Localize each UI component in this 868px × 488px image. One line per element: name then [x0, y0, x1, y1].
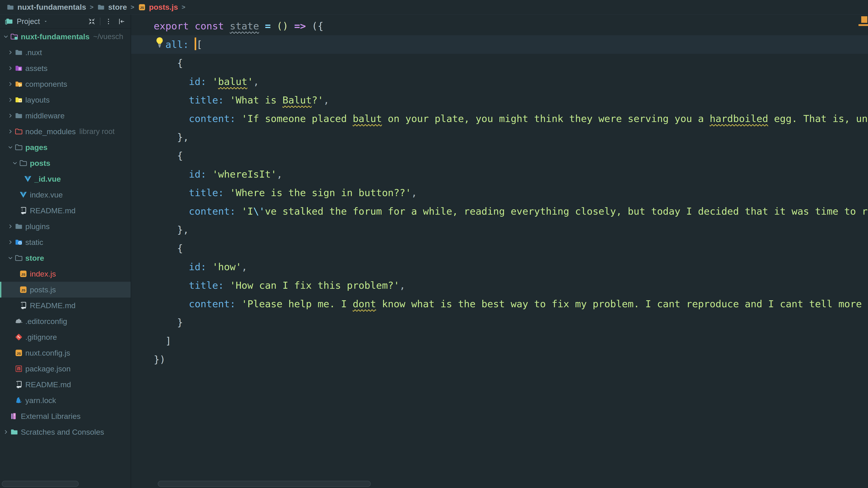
tree-item-External-Libraries[interactable]: External Libraries [0, 408, 131, 424]
chevron-right-icon [7, 223, 14, 230]
vue-file-icon [24, 174, 33, 184]
chevron-right-icon[interactable] [6, 111, 14, 120]
tree-item-README.md[interactable]: README.md [0, 297, 131, 313]
code-line[interactable]: content: 'I\'ve stalked the forum for a … [131, 202, 868, 221]
chevron-down-icon [11, 160, 18, 166]
code-line[interactable]: }) [131, 350, 868, 369]
code-line[interactable]: title: 'How can I fix this problem?', [131, 276, 868, 295]
token [154, 224, 177, 235]
code-line[interactable]: content: 'Please help me. I dont know wh… [131, 295, 868, 313]
intention-lightbulb-icon[interactable] [154, 37, 165, 48]
tree-item-posts[interactable]: posts [0, 155, 131, 171]
chevron-down-icon[interactable] [2, 33, 10, 41]
readme-file-icon [19, 301, 29, 310]
code-line[interactable]: { [131, 54, 868, 72]
token [224, 20, 230, 32]
code-line[interactable]: export const state = () => ({ [131, 17, 868, 35]
chevron-right-icon[interactable] [6, 48, 14, 57]
tree-item-index.vue[interactable]: index.vue [0, 187, 131, 203]
breadcrumb-item-nuxt-fundamentals[interactable]: nuxt-fundamentals [6, 3, 86, 11]
tree-item-.nuxt[interactable]: .nuxt [0, 44, 131, 60]
editor-horizontal-scrollbar[interactable] [158, 481, 371, 487]
code-line[interactable]: } [131, 313, 868, 332]
token-with-squiggle: dont [352, 298, 376, 310]
token: : [200, 168, 206, 180]
chevron-down-icon[interactable] [43, 19, 49, 24]
chevron-spacer [11, 191, 19, 199]
error-stripe-marker[interactable] [859, 24, 868, 26]
chevron-down-icon[interactable] [6, 254, 14, 262]
tree-item-_id.vue[interactable]: _id.vue [0, 171, 131, 187]
project-folder-icon [10, 32, 20, 41]
code-line[interactable]: content: 'If someone placed balut on you… [131, 109, 868, 128]
token: id [189, 76, 200, 87]
breadcrumb-label[interactable]: store [108, 3, 127, 11]
tree-item-pages[interactable]: pages [0, 139, 131, 155]
tree-item-components[interactable]: components [0, 76, 131, 92]
chevron-right-icon[interactable] [2, 428, 10, 436]
tree-item-node_modules[interactable]: node_moduleslibrary root [0, 124, 131, 139]
collapse-all-button[interactable] [87, 17, 97, 26]
chevron-down-icon[interactable] [11, 159, 19, 167]
excluded-folder-icon [14, 127, 24, 136]
tree-item-store[interactable]: store [0, 250, 131, 266]
code-line[interactable]: title: 'Where is the sign in button??', [131, 184, 868, 202]
breadcrumb-label[interactable]: posts.js [149, 3, 178, 11]
more-options-button[interactable] [103, 17, 114, 26]
token [271, 20, 277, 32]
chevron-down-icon[interactable] [6, 143, 14, 151]
code-line[interactable]: id: 'balut', [131, 72, 868, 91]
hide-panel-button[interactable] [117, 17, 127, 26]
code-line[interactable]: { [131, 239, 868, 258]
chevron-right-icon[interactable] [6, 127, 14, 135]
code-line-current[interactable]: all: [ [131, 35, 868, 54]
code-editor[interactable]: export const state = () => ({ all: [ { i… [131, 14, 868, 488]
chevron-right-icon[interactable] [6, 64, 14, 72]
chevron-right-icon[interactable] [6, 238, 14, 246]
code-line[interactable]: id: 'whereIsIt', [131, 165, 868, 184]
tree-item-posts.js[interactable]: JSposts.js [0, 282, 131, 297]
tree-item-yarn.lock[interactable]: yarn.lock [0, 392, 131, 408]
code-line[interactable]: ] [131, 332, 868, 350]
tree-item-assets[interactable]: assets [0, 60, 131, 76]
token: : [230, 298, 236, 310]
tree-item-middleware[interactable]: middleware [0, 108, 131, 124]
panel-horizontal-scrollbar[interactable] [2, 481, 79, 487]
tree-item-.gitignore[interactable]: .gitignore [0, 329, 131, 345]
chevron-right-icon[interactable] [6, 96, 14, 104]
tree-item-README.md[interactable]: README.md [0, 377, 131, 392]
tree-item-nuxt.config.js[interactable]: JSnuxt.config.js [0, 345, 131, 361]
tree-item-package.json[interactable]: package.json [0, 361, 131, 377]
token: id [189, 261, 200, 272]
chevron-right-icon[interactable] [6, 80, 14, 88]
code-line[interactable]: title: 'What is Balut?', [131, 91, 868, 109]
tree-item-Scratches-and-Consoles[interactable]: Scratches and Consoles [0, 424, 131, 440]
breadcrumb-item-posts.js[interactable]: JSposts.js [138, 3, 178, 11]
error-stripe-marker[interactable] [861, 16, 867, 23]
breadcrumb-label[interactable]: nuxt-fundamentals [18, 3, 86, 11]
panel-title[interactable]: Project [17, 17, 40, 26]
breadcrumb-item-store[interactable]: store [97, 3, 127, 11]
token: , [253, 76, 259, 87]
code-line[interactable]: id: 'how', [131, 258, 868, 276]
chevron-right-icon[interactable] [6, 222, 14, 230]
tree-item-label: README.md [25, 380, 71, 389]
tree-item-label: External Libraries [21, 412, 81, 421]
code-line[interactable]: }, [131, 221, 868, 239]
assets-folder-icon [14, 64, 23, 72]
external-libraries-icon [10, 412, 19, 420]
panel-actions [87, 17, 127, 26]
tree-item-plugins[interactable]: plugins [0, 219, 131, 234]
code-line[interactable]: }, [131, 128, 868, 147]
tree-item-label: node_modules [25, 127, 76, 136]
tree-item-README.md[interactable]: README.md [0, 203, 131, 219]
tree-item-nuxt-fundamentals[interactable]: nuxt-fundamentals~/vuesch [0, 29, 131, 44]
open-folder-icon [14, 143, 24, 152]
code-line[interactable]: { [131, 147, 868, 165]
token: ve stalked the forum for a while, readin… [265, 205, 868, 217]
tree-item-static[interactable]: static [0, 234, 131, 250]
tree-item-.editorconfig[interactable]: .editorconfig [0, 313, 131, 329]
tree-item-layouts[interactable]: layouts [0, 92, 131, 108]
chevron-spacer [11, 301, 19, 310]
tree-item-index.js[interactable]: JSindex.js [0, 266, 131, 282]
